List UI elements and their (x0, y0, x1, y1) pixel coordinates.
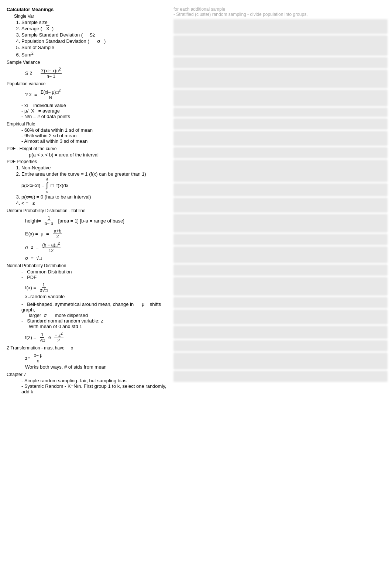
chapter7-item-2: - Systemic Random - K=N/n. First group 1… (21, 383, 173, 394)
right-top-text: for each additional sample (173, 7, 388, 12)
normal-label: Normal Probability Distribution (7, 263, 173, 268)
single-var-item-3: Sample Standard Deviation ( Sż (21, 32, 173, 38)
right-stratified: - Stratified (cluster) random sampling -… (173, 12, 388, 17)
normal-subitems: - Common Distribution - PDF (21, 269, 173, 280)
normal-bell-1: - Bell-shaped, symmetrical around mean, … (21, 301, 173, 313)
pdf-note: p(a < x < b) = area of the interval (29, 152, 173, 158)
single-var-item-5: Sum of Sample (21, 45, 173, 50)
right-blurred-23 (173, 371, 388, 382)
pdf-prop-5: < = ≤ (21, 200, 173, 206)
normal-sub-2: - PDF (21, 275, 173, 280)
right-blurred-13 (173, 214, 388, 232)
pdf-prop-2: Entire area under the curve = 1 (f(x) ca… (21, 171, 173, 177)
normal-bell-2: larger σ = more dispersed (29, 313, 173, 318)
right-blurred-12 (173, 198, 388, 213)
empirical-rules: - 68% of data within 1 sd of mean - 95% … (21, 127, 173, 144)
z-transform-label: Z Transformation - must have σ (7, 345, 173, 351)
pdf-prop-1: Non-Negative (21, 165, 173, 170)
pdf-prop-4: p(x=e) = 0 (has to be an interval) (21, 194, 173, 200)
uniform-sigma: σ = √□ (25, 255, 173, 261)
pop-var-note-2: - μ/ X = average (21, 108, 173, 114)
empirical-rule-label: Empirical Rule (7, 121, 173, 127)
empirical-rule-3: - Almost all within 3 sd of mean (21, 138, 173, 144)
pop-var-note-3: - N/n = # of data points (21, 114, 173, 119)
uniform-label: Uniform Probability Distribution - flat … (7, 208, 173, 213)
single-var-item-4: Population Standard Deviation ( σ ) (21, 38, 173, 44)
right-blurred-7 (173, 118, 388, 130)
pdf-properties-label: PDF Properties (7, 159, 173, 164)
right-column: for each additional sample - Stratified … (173, 7, 388, 383)
uniform-ex: E(x) = μ = a+b 2 (25, 228, 173, 239)
single-var-item-1: Sample size (21, 20, 173, 25)
pdf-prop-3: p(c<x<d) = d ∫ c □ f(x)dx (21, 177, 173, 193)
right-blurred-5 (173, 90, 388, 106)
right-blurred-15 (173, 246, 388, 263)
uniform-sigma-sq: σ 2 = (b − a)□2 12 (25, 241, 173, 253)
single-var-label: Single Var (14, 14, 173, 19)
right-blurred-22 (173, 353, 388, 369)
normal-bell: - Bell-shaped, symmetrical around mean, … (21, 301, 173, 329)
standard-fz: f(z) = 1 √□ e − z2 2 (25, 331, 173, 343)
chapter7-item-1: - Simple random sampling- fair, but samp… (21, 378, 173, 383)
pop-var-note-1: - xi = individual value (21, 103, 173, 108)
title: Calculator Meanings (7, 7, 173, 12)
uniform-height: height= 1 b− a [area = 1] [b-a = range o… (25, 215, 173, 226)
normal-sub-1: - Common Distribution (21, 269, 173, 275)
population-variance-formula: ?2 = Σ(xi− μ)□2 N (25, 89, 173, 100)
right-blurred-2 (173, 35, 388, 56)
pdf-properties-list: Non-Negative Entire area under the curve… (21, 165, 173, 206)
pop-var-notes: - xi = individual value - μ/ X = average… (21, 103, 173, 119)
right-blurred-1 (173, 19, 388, 34)
right-blurred-8 (173, 131, 388, 146)
right-blurred-18 (173, 297, 388, 308)
empirical-rule-1: - 68% of data within 1 sd of mean (21, 127, 173, 133)
right-blurred-3 (173, 57, 388, 68)
pdf-label: PDF - Height of the curve (7, 146, 173, 151)
right-blurred-21 (173, 340, 388, 351)
empirical-rule-2: - 95% within 2 sd of mean (21, 133, 173, 138)
right-blurred-14 (173, 234, 388, 245)
left-column: Calculator Meanings Single Var Sample si… (7, 7, 173, 394)
single-var-item-6: Sum2 (21, 51, 173, 58)
normal-standard-1: - Standard normal random variable: z (21, 318, 173, 324)
right-blurred-20 (173, 326, 388, 339)
right-blurred-17 (173, 277, 388, 296)
right-blurred-4 (173, 70, 388, 88)
right-blurred-16 (173, 265, 388, 276)
chapter7-items: - Simple random sampling- fair, but samp… (21, 378, 173, 394)
single-var-item-2: Average ( X ) (21, 26, 173, 31)
sample-variance-formula: S2 = Σ(xi− x)□2 n− 1 (25, 67, 173, 79)
single-var-list: Sample size Average ( X ) Sample Standar… (21, 20, 173, 58)
sample-variance-label: Sample Variance (7, 60, 173, 65)
right-blurred-6 (173, 108, 388, 117)
right-blurred-19 (173, 310, 388, 324)
normal-fx: f(x) = 1 σ√□ x=random variable (25, 282, 173, 299)
chapter7-label: Chapter 7 (7, 372, 173, 377)
normal-standard-2: With mean of 0 and std 1 (29, 324, 173, 329)
population-variance-label: Population variance (7, 81, 173, 86)
right-blurred-10 (173, 160, 388, 182)
right-blurred-9 (173, 147, 388, 158)
z-formula: z= x− μ σ Works both ways, # of stds fro… (25, 353, 173, 370)
right-blurred-11 (173, 183, 388, 196)
